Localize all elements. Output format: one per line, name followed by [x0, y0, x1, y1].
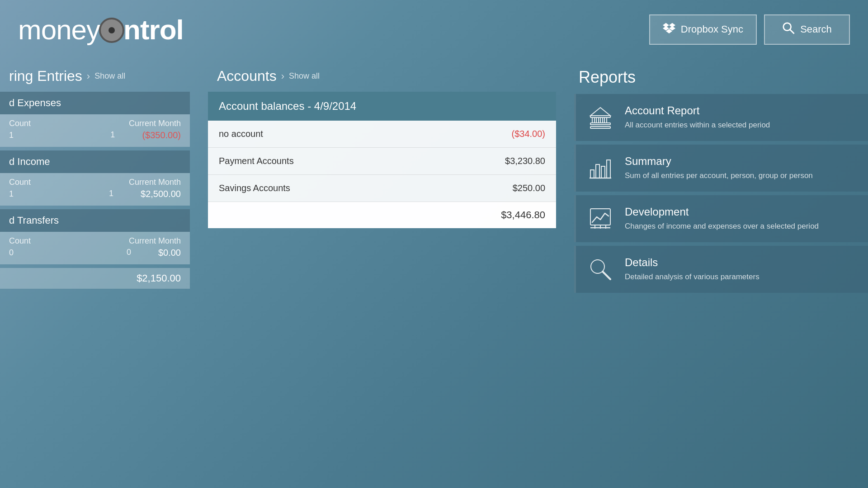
summary-title: Summary — [625, 155, 813, 168]
accounts-header: Accounts › Show all — [208, 68, 556, 84]
account-report-desc: All account entries within a selected pe… — [625, 120, 770, 131]
svg-rect-20 — [590, 209, 610, 225]
recurring-entries-arrow: › — [87, 70, 90, 82]
summary-desc: Sum of all entries per account, person, … — [625, 170, 813, 181]
recurring-entries-header: ring Entries › Show all — [0, 68, 190, 84]
development-desc: Changes of income and expenses over a se… — [625, 221, 819, 232]
accounts-show-all[interactable]: Show all — [289, 71, 320, 81]
details-card[interactable]: Details Detailed analysis of various par… — [574, 246, 868, 293]
accounts-total-amount: $3,446.80 — [415, 202, 556, 229]
reports-panel: Reports Account Report All account entri… — [574, 59, 868, 488]
transfers-labels-row: Count Current Month — [9, 236, 181, 246]
accounts-total-label — [208, 202, 415, 229]
details-title: Details — [625, 256, 760, 269]
income-card-header: d Income — [0, 150, 190, 173]
income-labels-row: Count Current Month — [9, 178, 181, 187]
savings-accounts-label: Savings Accounts — [208, 175, 415, 202]
account-report-title: Account Report — [625, 104, 770, 117]
table-row: Savings Accounts $250.00 — [208, 175, 556, 202]
transfers-count-label: Count — [9, 236, 31, 246]
accounts-table-header: Account balances - 4/9/2014 — [208, 92, 556, 121]
expenses-card: d Expenses Count Current Month 1 1 ($350… — [0, 92, 190, 147]
expenses-count: 1 — [9, 131, 14, 140]
search-detail-icon — [587, 256, 614, 283]
svg-rect-12 — [600, 117, 603, 123]
payment-accounts-label: Payment Accounts — [208, 148, 415, 175]
svg-rect-15 — [590, 170, 594, 178]
recurring-entries-title: ring Entries — [9, 68, 82, 84]
dropbox-label: Dropbox Sync — [681, 23, 743, 35]
entries-total-row: $2,150.00 — [0, 268, 190, 289]
transfers-count: 0 — [9, 248, 14, 258]
account-report-text: Account Report All account entries withi… — [625, 104, 770, 131]
expenses-amount: ($350.00) — [142, 130, 181, 141]
no-account-label: no account — [208, 121, 415, 148]
svg-rect-9 — [590, 127, 610, 128]
dropbox-sync-button[interactable]: Dropbox Sync — [649, 14, 757, 45]
transfers-current-month-label: Current Month — [129, 236, 181, 246]
income-count: 1 — [9, 189, 14, 199]
income-card: d Income Count Current Month 1 1 $2,500.… — [0, 150, 190, 206]
details-text: Details Detailed analysis of various par… — [625, 256, 760, 282]
income-card-body: Count Current Month 1 1 $2,500.00 — [0, 173, 190, 206]
svg-rect-16 — [596, 164, 599, 178]
income-current-month-label: Current Month — [129, 178, 181, 187]
details-desc: Detailed analysis of various parameters — [625, 272, 760, 282]
bank-icon — [587, 104, 614, 131]
header: money ntrol Dropbox Sync — [0, 0, 868, 59]
transfers-values-row: 0 0 $0.00 — [9, 248, 181, 258]
income-values-row: 1 1 $2,500.00 — [9, 189, 181, 199]
accounts-panel: Accounts › Show all Account balances - 4… — [190, 59, 574, 488]
income-count-label: Count — [9, 178, 31, 187]
chart-bar-icon — [587, 155, 614, 182]
svg-line-26 — [603, 272, 610, 279]
table-row: no account ($34.00) — [208, 121, 556, 148]
summary-text: Summary Sum of all entries per account, … — [625, 155, 813, 181]
svg-marker-14 — [590, 108, 610, 116]
table-row: Payment Accounts $3,230.80 — [208, 148, 556, 175]
expenses-values-row: 1 1 ($350.00) — [9, 130, 181, 141]
logo-text-bold: ntrol — [123, 14, 184, 46]
savings-accounts-amount: $250.00 — [415, 175, 556, 202]
chart-line-icon — [587, 205, 614, 232]
transfers-current-month-val: 0 — [127, 248, 131, 258]
no-account-amount: ($34.00) — [415, 121, 556, 148]
summary-card[interactable]: Summary Sum of all entries per account, … — [574, 145, 868, 192]
svg-rect-18 — [607, 160, 610, 178]
svg-rect-10 — [592, 117, 594, 123]
transfers-card-header: d Transfers — [0, 209, 190, 232]
transfers-card-body: Count Current Month 0 0 $0.00 — [0, 232, 190, 264]
recurring-entries-show-all[interactable]: Show all — [94, 71, 125, 81]
reports-title: Reports — [574, 68, 868, 87]
development-text: Development Changes of income and expens… — [625, 206, 819, 232]
svg-line-6 — [790, 29, 794, 33]
svg-rect-13 — [604, 117, 607, 123]
account-report-card[interactable]: Account Report All account entries withi… — [574, 94, 868, 141]
search-label: Search — [800, 23, 832, 35]
svg-rect-17 — [601, 166, 605, 178]
development-card[interactable]: Development Changes of income and expens… — [574, 195, 868, 242]
header-buttons: Dropbox Sync Search — [649, 14, 850, 45]
income-current-month-val: 1 — [109, 189, 113, 199]
logo-icon — [99, 18, 124, 43]
transfers-amount: $0.00 — [158, 248, 181, 258]
search-icon — [782, 22, 795, 38]
search-button[interactable]: Search — [764, 14, 850, 45]
accounts-total-row: $3,446.80 — [208, 202, 556, 229]
expenses-labels-row: Count Current Month — [9, 119, 181, 128]
entries-total: $2,150.00 — [137, 272, 181, 284]
main-content: ring Entries › Show all d Expenses Count… — [0, 59, 868, 488]
income-amount: $2,500.00 — [141, 189, 181, 199]
expenses-current-month-val: 1 — [110, 130, 115, 141]
logo: money ntrol — [18, 14, 184, 46]
expenses-card-body: Count Current Month 1 1 ($350.00) — [0, 114, 190, 147]
accounts-table: Account balances - 4/9/2014 no account (… — [208, 92, 556, 228]
development-title: Development — [625, 206, 819, 218]
expenses-current-month-label: Current Month — [129, 119, 181, 128]
logo-text-light: money — [18, 14, 100, 46]
payment-accounts-amount: $3,230.80 — [415, 148, 556, 175]
recurring-entries-panel: ring Entries › Show all d Expenses Count… — [0, 59, 190, 488]
svg-point-5 — [783, 23, 791, 30]
accounts-title: Accounts — [217, 68, 277, 84]
expenses-card-header: d Expenses — [0, 92, 190, 114]
